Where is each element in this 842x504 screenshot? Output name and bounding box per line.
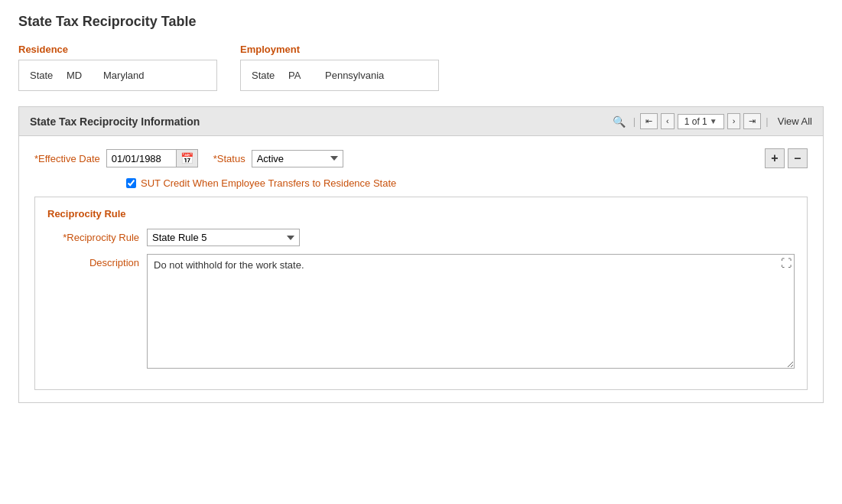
residence-section: Residence State MD Maryland [18, 44, 217, 91]
info-section: State Tax Reciprocity Information 🔍 | ⇤ … [18, 106, 824, 403]
reciprocity-rule-title: Reciprocity Rule [47, 208, 795, 219]
view-all-link[interactable]: View All [778, 115, 812, 127]
reciprocity-rule-label: *Reciprocity Rule [47, 229, 139, 243]
info-section-header: State Tax Reciprocity Information 🔍 | ⇤ … [19, 107, 823, 136]
employment-label: Employment [240, 44, 439, 55]
reciprocity-rule-row: *Reciprocity Rule State Rule 1 State Rul… [47, 229, 795, 246]
search-icon[interactable]: 🔍 [613, 115, 626, 128]
sut-credit-checkbox[interactable] [126, 178, 136, 188]
effective-date-label: *Effective Date [34, 153, 100, 164]
info-section-title: State Tax Reciprocity Information [30, 115, 200, 128]
description-row: Description ⛶ Do not withhold for the wo… [47, 254, 795, 371]
nav-last-button[interactable]: ⇥ [743, 113, 761, 129]
employment-state-name: Pennsylvania [325, 70, 384, 81]
nav-first-button[interactable]: ⇤ [640, 113, 658, 129]
calendar-button[interactable]: 📅 [176, 150, 197, 167]
page-title: State Tax Reciprocity Table [18, 14, 824, 30]
reciprocity-rule-section: Reciprocity Rule *Reciprocity Rule State… [34, 197, 808, 390]
reciprocity-rule-select-wrap: State Rule 1 State Rule 2 State Rule 3 S… [147, 229, 300, 246]
status-select[interactable]: Active Inactive [252, 150, 343, 167]
employment-box: State PA Pennsylvania [240, 60, 439, 91]
residence-state-name: Maryland [103, 70, 144, 81]
residence-label: Residence [18, 44, 217, 55]
residence-state-code: MD [67, 70, 97, 81]
employment-state-label: State [252, 70, 282, 81]
add-row-button[interactable]: + [765, 148, 785, 168]
reciprocity-rule-select[interactable]: State Rule 1 State Rule 2 State Rule 3 S… [147, 229, 300, 246]
page-number: 1 of 1 [684, 116, 707, 127]
effective-date-row: *Effective Date 📅 *Status Active Inactiv… [34, 148, 808, 168]
employment-section: Employment State PA Pennsylvania [240, 44, 439, 91]
effective-date-input-wrap: 📅 [106, 149, 198, 167]
description-textarea[interactable]: Do not withhold for the work state. [147, 254, 795, 369]
residence-state-label: State [30, 70, 60, 81]
info-section-body: *Effective Date 📅 *Status Active Inactiv… [19, 136, 823, 402]
employment-state-code: PA [288, 70, 319, 81]
status-label: *Status [213, 153, 245, 164]
status-field: *Status Active Inactive [213, 150, 343, 167]
page-indicator[interactable]: 1 of 1 ▼ [678, 114, 724, 129]
expand-icon[interactable]: ⛶ [781, 257, 792, 269]
nav-prev-button[interactable]: ‹ [661, 113, 675, 129]
remove-row-button[interactable]: – [788, 148, 808, 168]
description-label: Description [47, 254, 139, 268]
effective-date-input[interactable] [107, 151, 176, 167]
description-wrap: ⛶ Do not withhold for the work state. [147, 254, 795, 371]
residence-state-row: State MD Maryland [30, 67, 206, 84]
residence-box: State MD Maryland [18, 60, 217, 91]
employment-state-row: State PA Pennsylvania [252, 67, 428, 84]
sut-credit-label[interactable]: SUT Credit When Employee Transfers to Re… [141, 177, 396, 189]
nav-controls: 🔍 | ⇤ ‹ 1 of 1 ▼ › ⇥ | View All [613, 113, 812, 129]
header-section: Residence State MD Maryland Employment S… [18, 44, 824, 91]
nav-next-button[interactable]: › [727, 113, 741, 129]
add-remove-buttons: + – [765, 148, 808, 168]
sut-credit-row: SUT Credit When Employee Transfers to Re… [126, 177, 808, 189]
chevron-down-icon: ▼ [710, 117, 717, 125]
effective-date-field: *Effective Date 📅 [34, 149, 198, 167]
